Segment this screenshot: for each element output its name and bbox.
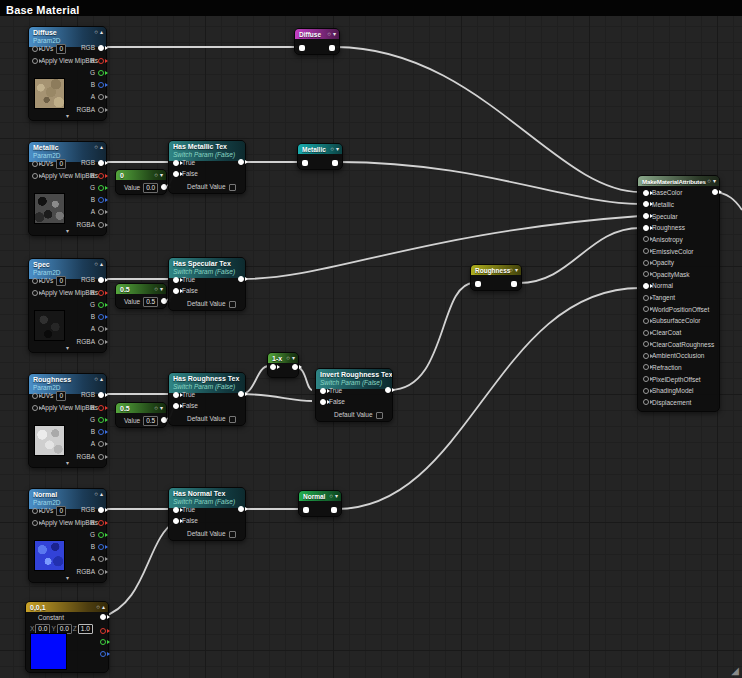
uvs-input-pin[interactable] [32,46,38,52]
true-input-pin[interactable] [173,277,179,283]
advanced-dot-icon[interactable]: ○ [707,177,711,185]
mipbias-input-pin[interactable] [32,290,38,296]
expand-chevron-icon[interactable]: ▾ [66,575,69,582]
b-output-pin[interactable] [100,651,106,657]
mipbias-input-pin[interactable] [32,405,38,411]
b-output-pin[interactable] [98,544,104,550]
collapse-icon[interactable]: ▾ [335,492,338,500]
node-switch-has-specular-tex[interactable]: Has Specular Tex Switch Param (False) Tr… [168,257,246,311]
switch-output-pin[interactable] [238,159,244,165]
refraction-input-pin[interactable] [643,364,649,370]
collapse-icon[interactable]: ▾ [160,285,163,293]
g-output-pin[interactable] [98,417,104,423]
node-reroute-diffuse[interactable]: Diffuse ○▾ [294,28,340,55]
advanced-dot-icon[interactable]: ○ [329,492,333,500]
advanced-dot-icon[interactable]: ○ [94,260,98,268]
collapse-icon[interactable]: ▴ [100,28,103,36]
a-output-pin[interactable] [98,326,104,332]
collapse-icon[interactable]: ▴ [100,490,103,498]
basecolor-input-pin[interactable] [643,190,649,196]
collapse-icon[interactable]: ▴ [100,375,103,383]
b-output-pin[interactable] [98,314,104,320]
uvs-input-pin[interactable] [32,393,38,399]
tangent-input-pin[interactable] [643,295,649,301]
constant-output-pin[interactable] [100,614,106,620]
resize-grip-icon[interactable]: ◢ [731,666,739,676]
reroute-output-pin[interactable] [329,45,335,51]
true-input-pin[interactable] [173,392,179,398]
node-spec-param2d[interactable]: Spec Param2D ○▴ UVs0 Apply View MipBias … [28,258,107,353]
texture-preview[interactable] [34,540,65,571]
r-output-pin[interactable] [98,173,104,179]
node-scalar-param-05-rough[interactable]: 0.5 ○▾ Value0.5 [115,402,167,428]
worldpositionoffset-input-pin[interactable] [643,306,649,312]
uvs-value-field[interactable]: 0 [56,44,66,54]
subsurfacecolor-input-pin[interactable] [643,318,649,324]
default-value-checkbox[interactable] [229,184,236,191]
rgb-output-pin[interactable] [98,160,104,166]
rgba-output-pin[interactable] [98,339,104,345]
collapse-icon[interactable]: ▾ [713,177,716,185]
attributes-output-pin[interactable] [712,189,718,195]
a-output-pin[interactable] [98,556,104,562]
r-output-pin[interactable] [98,520,104,526]
opacitymask-input-pin[interactable] [643,271,649,277]
node-header[interactable]: 0.5 ○▾ [116,284,166,294]
advanced-dot-icon[interactable]: ○ [154,171,158,179]
node-scalar-param-0[interactable]: 0 ○▾ Value0.0 [115,169,167,195]
node-header[interactable]: 0,0,1 ○▴ [26,602,108,612]
z-value-field[interactable]: 1.0 [78,624,93,634]
uvs-input-pin[interactable] [32,508,38,514]
node-header[interactable]: Metallic ○▾ [298,144,342,154]
texture-preview[interactable] [34,193,65,224]
false-input-pin[interactable] [320,399,326,405]
g-output-pin[interactable] [98,185,104,191]
advanced-dot-icon[interactable]: ○ [94,490,98,498]
texture-preview[interactable] [34,78,65,109]
default-value-checkbox[interactable] [229,531,236,538]
reroute-input-pin[interactable] [475,281,481,287]
collapse-icon[interactable]: ▾ [292,354,295,362]
false-input-pin[interactable] [173,403,179,409]
scalar-output-pin[interactable] [161,298,167,304]
texture-preview[interactable] [34,425,65,456]
rgb-output-pin[interactable] [98,392,104,398]
output-pin[interactable] [292,364,298,370]
clearcoatroughness-input-pin[interactable] [643,341,649,347]
specular-input-pin[interactable] [643,213,649,219]
node-make-material-attributes[interactable]: MakeMaterialAttributes ○▾ BaseColor Meta… [637,175,720,412]
g-output-pin[interactable] [100,639,106,645]
default-value-checkbox[interactable] [376,412,383,419]
node-switch-has-roughness-tex[interactable]: Has Roughness Tex Switch Param (False) T… [168,372,246,426]
collapse-icon[interactable]: ▴ [100,143,103,151]
expand-chevron-icon[interactable]: ▾ [66,113,69,120]
texture-preview[interactable] [34,310,65,341]
false-input-pin[interactable] [173,288,179,294]
b-output-pin[interactable] [98,197,104,203]
node-header[interactable]: 0 ○▾ [116,170,166,180]
advanced-dot-icon[interactable]: ○ [94,143,98,151]
node-header[interactable]: 1-x ○▾ [268,353,298,363]
switch-output-pin[interactable] [238,391,244,397]
node-metallic-param2d[interactable]: Metallic Param2D ○▴ UVs0 Apply View MipB… [28,141,107,236]
collapse-icon[interactable]: ▾ [160,171,163,179]
node-header[interactable]: Has Roughness Tex Switch Param (False) [169,373,245,393]
mipbias-input-pin[interactable] [32,520,38,526]
rgb-output-pin[interactable] [98,277,104,283]
true-input-pin[interactable] [173,507,179,513]
node-switch-has-normal-tex[interactable]: Has Normal Tex Switch Param (False) True… [168,487,246,541]
reroute-input-pin[interactable] [299,45,305,51]
uvs-input-pin[interactable] [32,278,38,284]
advanced-dot-icon[interactable]: ○ [154,285,158,293]
reroute-output-pin[interactable] [332,160,338,166]
true-input-pin[interactable] [173,160,179,166]
normal-input-pin[interactable] [643,283,649,289]
metallic-input-pin[interactable] [643,201,649,207]
b-output-pin[interactable] [98,429,104,435]
a-output-pin[interactable] [98,209,104,215]
collapse-icon[interactable]: ▾ [515,266,518,274]
anisotropy-input-pin[interactable] [643,236,649,242]
b-output-pin[interactable] [98,82,104,88]
collapse-icon[interactable]: ▾ [160,404,163,412]
uvs-value-field[interactable]: 0 [56,276,66,286]
